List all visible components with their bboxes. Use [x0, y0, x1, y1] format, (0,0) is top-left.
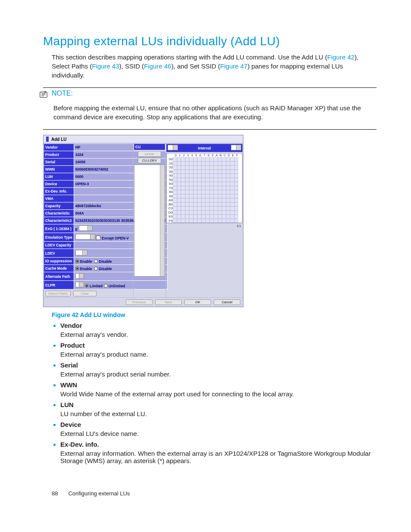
- ldev-grid[interactable]: 0123456789ABCDEF 00102030405060708090A0B…: [166, 153, 243, 223]
- cu-header: CU: [135, 145, 140, 149]
- cu-list[interactable]: [134, 165, 165, 277]
- note-label: NOTE:: [52, 90, 73, 97]
- field-item: SerialExternal array's product serial nu…: [60, 361, 377, 378]
- ok-button[interactable]: OK: [184, 299, 211, 305]
- dialog-title-text: Add LU: [51, 137, 67, 142]
- prop-key: VMA: [44, 195, 74, 202]
- row-iosup-label: IO suppression: [44, 258, 74, 265]
- prop-key: Product: [44, 151, 74, 159]
- culdev-button[interactable]: CU:LDEV: [138, 158, 161, 163]
- page-title: Mapping external LUs individually (Add L…: [43, 34, 377, 48]
- prop-key: Ex-Dev. Info.: [44, 188, 74, 195]
- field-item: Ex-Dev. info.External array information.…: [60, 441, 377, 464]
- cu-select[interactable]: [168, 145, 178, 150]
- field-descriptions: VendorExternal array's vendor.ProductExt…: [60, 322, 377, 464]
- dialog-titlebar: Add LU: [44, 135, 243, 143]
- scrollbar[interactable]: [160, 165, 165, 276]
- field-item: DeviceExternal LU's device name.: [60, 421, 377, 437]
- prop-key: Characteristic2: [44, 217, 74, 224]
- row-clpr-label: CLPR: [44, 281, 74, 289]
- prop-key: Vendor: [44, 144, 74, 151]
- field-item: ProductExternal array's product name.: [60, 342, 377, 358]
- cancel-button[interactable]: Cancel: [214, 299, 240, 305]
- field-item: LUNLU number of the external LU.: [60, 401, 377, 417]
- row-emu-label: Emulation Type: [44, 233, 74, 242]
- note-body: Before mapping the external LU, ensure t…: [53, 103, 377, 121]
- field-item: VendorExternal array's vendor.: [60, 322, 377, 338]
- title-marker: [46, 137, 49, 142]
- clear-button[interactable]: Clear: [73, 291, 97, 296]
- row-ldevcap-label: LDEV Capacity: [44, 242, 74, 249]
- divider: [43, 129, 377, 130]
- figure-caption: Figure 42 Add LU window: [52, 311, 377, 318]
- xref-fig42[interactable]: Figure 42: [327, 53, 355, 61]
- footer-section: Configuring external LUs: [68, 490, 130, 497]
- prop-key: WWN: [44, 166, 74, 173]
- prop-key: Capacity: [44, 202, 74, 210]
- interval-select[interactable]: [231, 145, 241, 150]
- row-exg-label: ExG ( 1-16384 ): [44, 224, 74, 233]
- xref-fig46[interactable]: Figure 46: [144, 62, 171, 70]
- row-ldev-label: LDEV: [44, 249, 74, 258]
- interval-label: Interval: [198, 146, 211, 150]
- add-lu-dialog: Add LU VendorHPProduct1024Serial10056WWN…: [43, 135, 243, 307]
- row-cache-label: Cache Mode: [44, 265, 74, 272]
- prop-key: LUN: [44, 173, 74, 180]
- xref-fig43[interactable]: Figure 43: [92, 62, 119, 70]
- row-altpath-label: Alternate Path: [44, 272, 74, 281]
- next-button[interactable]: Next: [155, 299, 182, 305]
- linear-button[interactable]: Linear: [138, 151, 161, 157]
- intro-paragraph: This section describes mapping operation…: [52, 53, 377, 80]
- prop-key: Serial: [44, 159, 74, 166]
- select-paths-button[interactable]: Select Paths: [45, 291, 71, 296]
- note-icon: [39, 90, 48, 101]
- prop-key: Characteristic: [44, 210, 74, 217]
- previous-button[interactable]: Previous: [126, 299, 153, 305]
- intro-pre: This section describes mapping operation…: [52, 53, 327, 61]
- pager: 1/1: [166, 224, 243, 228]
- xref-fig47[interactable]: Figure 47: [220, 62, 247, 70]
- page-number: 88: [52, 490, 58, 497]
- field-item: WWNWorld Wide Name of the external array…: [60, 381, 377, 398]
- prop-key: Device: [44, 180, 74, 188]
- divider: [43, 87, 377, 88]
